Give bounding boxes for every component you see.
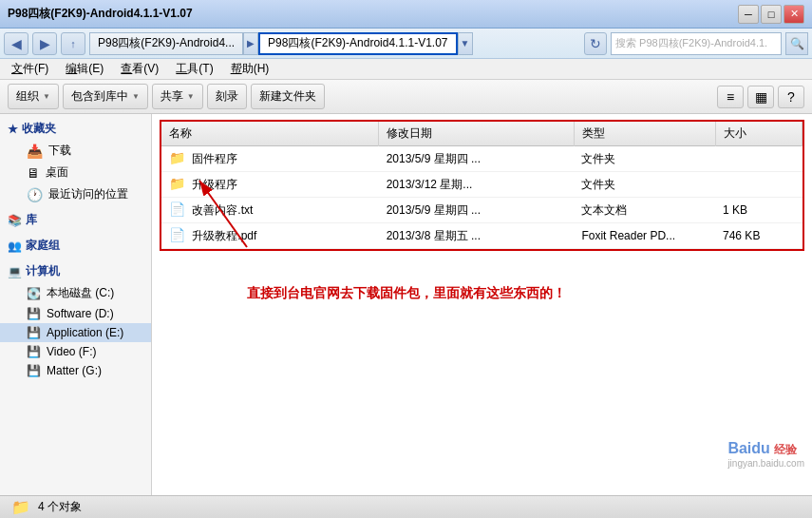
watermark: Baidu 经验 jingyan.baidu.com <box>727 440 804 469</box>
sidebar-item-software[interactable]: 💾 Software (D:) <box>0 304 151 323</box>
back-button[interactable]: ◀ <box>4 32 28 55</box>
table-row[interactable]: 📁 固件程序 2013/5/9 星期四 ... 文件夹 <box>161 146 803 172</box>
sidebar-item-matter[interactable]: 💾 Matter (G:) <box>0 361 151 380</box>
sidebar-library-header[interactable]: 📚 库 <box>0 209 151 231</box>
window-title: P98四核(F2K9)-Android4.1.1-V1.07 <box>8 6 193 22</box>
file-size <box>715 146 802 172</box>
sidebar-item-desktop[interactable]: 🖥 桌面 <box>0 162 151 183</box>
menu-view[interactable]: 查看(V) <box>113 59 166 79</box>
sidebar-favorites-header[interactable]: ★ 收藏夹 <box>0 118 151 140</box>
search-button[interactable]: 🔍 <box>785 32 808 55</box>
column-name[interactable]: 名称 <box>161 122 379 146</box>
file-name: 📄 升级教程.pdf <box>161 223 379 249</box>
toolbar-right: ≡ ▦ ? <box>717 86 804 108</box>
column-type[interactable]: 类型 <box>574 122 715 146</box>
menu-help[interactable]: 帮助(H) <box>223 59 277 79</box>
column-modified[interactable]: 修改日期 <box>379 122 575 146</box>
forward-button[interactable]: ▶ <box>32 32 57 55</box>
share-button[interactable]: 共享 ▼ <box>152 84 203 109</box>
sidebar-item-local-disk[interactable]: 💽 本地磁盘 (C:) <box>0 282 151 304</box>
homegroup-icon: 👥 <box>8 240 22 253</box>
drive-e-icon: 💾 <box>27 326 41 339</box>
search-placeholder: 搜索 P98四核(F2K9)-Android4.1.1-... <box>615 36 767 50</box>
column-size[interactable]: 大小 <box>715 122 802 146</box>
menu-bar: 文件(F) 编辑(E) 查看(V) 工具(T) 帮助(H) <box>0 59 812 80</box>
desktop-icon: 🖥 <box>27 165 40 181</box>
sidebar-section-homegroup: 👥 家庭组 <box>0 235 151 257</box>
view-tiles-button[interactable]: ▦ <box>747 86 774 108</box>
status-bar: 📁 4 个对象 <box>0 495 812 518</box>
share-arrow-icon: ▼ <box>187 92 195 101</box>
menu-edit[interactable]: 编辑(E) <box>58 59 111 79</box>
breadcrumb-item-2[interactable]: P98四核(F2K9)-Android4.1.1-V1.07 <box>258 32 457 55</box>
file-list: 名称 修改日期 类型 大小 📁 固件程序 2013/5/9 星期四 ... <box>152 114 812 495</box>
toolbar: 组织 ▼ 包含到库中 ▼ 共享 ▼ 刻录 新建文件夹 ≡ ▦ ? <box>0 80 812 114</box>
file-modified: 2013/3/12 星期... <box>379 172 575 198</box>
file-table: 名称 修改日期 类型 大小 📁 固件程序 2013/5/9 星期四 ... <box>161 122 803 249</box>
drive-f-icon: 💾 <box>27 345 41 358</box>
maximize-button[interactable]: □ <box>761 5 782 24</box>
file-table-header: 名称 修改日期 类型 大小 <box>161 122 803 146</box>
menu-tools[interactable]: 工具(T) <box>168 59 220 79</box>
file-size: 746 KB <box>715 223 802 249</box>
sidebar-homegroup-header[interactable]: 👥 家庭组 <box>0 235 151 257</box>
breadcrumb-item-1[interactable]: P98四核(F2K9)-Android4... <box>89 32 243 55</box>
table-row[interactable]: 📄 改善内容.txt 2013/5/9 星期四 ... 文本文档 1 KB <box>161 198 803 223</box>
sidebar-item-application[interactable]: 💾 Application (E:) <box>0 323 151 342</box>
sidebar-item-downloads[interactable]: 📥 下载 <box>0 140 151 162</box>
file-table-body: 📁 固件程序 2013/5/9 星期四 ... 文件夹 📁 升级程序 <box>161 146 803 249</box>
baidu-logo: Baidu 经验 <box>727 440 804 458</box>
address-bar: ◀ ▶ ↑ P98四核(F2K9)-Android4... ▶ P98四核(F2… <box>0 29 812 59</box>
drive-g-icon: 💾 <box>27 364 41 377</box>
file-modified: 2013/5/9 星期四 ... <box>379 198 575 223</box>
library-icon: 📚 <box>8 214 22 227</box>
star-icon: ★ <box>8 123 18 136</box>
file-modified: 2013/3/8 星期五 ... <box>379 223 575 249</box>
drive-d-icon: 💾 <box>27 307 41 320</box>
minimize-button[interactable]: ─ <box>738 5 759 24</box>
new-folder-button[interactable]: 新建文件夹 <box>251 84 325 109</box>
main-content: ★ 收藏夹 📥 下载 🖥 桌面 🕐 最近访问的位置 📚 库 <box>0 114 812 495</box>
breadcrumb-arrow-1[interactable]: ▶ <box>243 32 258 55</box>
breadcrumb: P98四核(F2K9)-Android4... ▶ P98四核(F2K9)-An… <box>89 32 580 55</box>
file-modified: 2013/5/9 星期四 ... <box>379 146 575 172</box>
up-button[interactable]: ↑ <box>61 32 85 55</box>
file-size <box>715 172 802 198</box>
file-type: 文本文档 <box>574 198 715 223</box>
txt-file-icon: 📄 <box>169 201 185 217</box>
close-button[interactable]: ✕ <box>784 5 804 24</box>
file-type: 文件夹 <box>574 146 715 172</box>
menu-file[interactable]: 文件(F) <box>4 59 56 79</box>
file-type: Foxit Reader PD... <box>574 223 715 249</box>
sidebar-computer-header[interactable]: 💻 计算机 <box>0 260 151 282</box>
table-row[interactable]: 📄 升级教程.pdf 2013/3/8 星期五 ... Foxit Reader… <box>161 223 803 249</box>
add-to-library-button[interactable]: 包含到库中 ▼ <box>63 84 148 109</box>
breadcrumb-arrow-2[interactable]: ▼ <box>458 32 473 55</box>
window-controls: ─ □ ✕ <box>738 5 804 24</box>
organize-button[interactable]: 组织 ▼ <box>8 84 59 109</box>
title-bar: P98四核(F2K9)-Android4.1.1-V1.07 ─ □ ✕ <box>0 0 812 29</box>
file-type: 文件夹 <box>574 172 715 198</box>
folder-icon: 📥 <box>27 144 43 159</box>
sidebar-section-favorites: ★ 收藏夹 📥 下载 🖥 桌面 🕐 最近访问的位置 <box>0 118 151 205</box>
organize-arrow-icon: ▼ <box>43 92 50 101</box>
help-button[interactable]: ? <box>778 86 804 108</box>
sidebar: ★ 收藏夹 📥 下载 🖥 桌面 🕐 最近访问的位置 📚 库 <box>0 114 152 495</box>
status-count: 4 个对象 <box>38 499 82 515</box>
table-row[interactable]: 📁 升级程序 2013/3/12 星期... 文件夹 <box>161 172 803 198</box>
sidebar-section-library: 📚 库 <box>0 209 151 231</box>
view-details-button[interactable]: ≡ <box>717 86 744 108</box>
pdf-file-icon: 📄 <box>169 227 185 242</box>
file-name: 📁 升级程序 <box>161 172 379 198</box>
search-input[interactable]: 搜索 P98四核(F2K9)-Android4.1.1-... <box>611 32 782 55</box>
file-size: 1 KB <box>715 198 802 223</box>
annotation-text: 直接到台电官网去下载固件包，里面就有这些东西的！ <box>247 285 566 302</box>
computer-icon: 💻 <box>8 265 22 278</box>
folder-icon: 📁 <box>169 176 185 191</box>
sidebar-item-video[interactable]: 💾 Video (F:) <box>0 342 151 361</box>
refresh-button[interactable]: ↻ <box>584 32 607 55</box>
burn-button[interactable]: 刻录 <box>207 84 247 109</box>
sidebar-item-recent[interactable]: 🕐 最近访问的位置 <box>0 183 151 205</box>
file-name: 📄 改善内容.txt <box>161 198 379 223</box>
file-name: 📁 固件程序 <box>161 146 379 172</box>
